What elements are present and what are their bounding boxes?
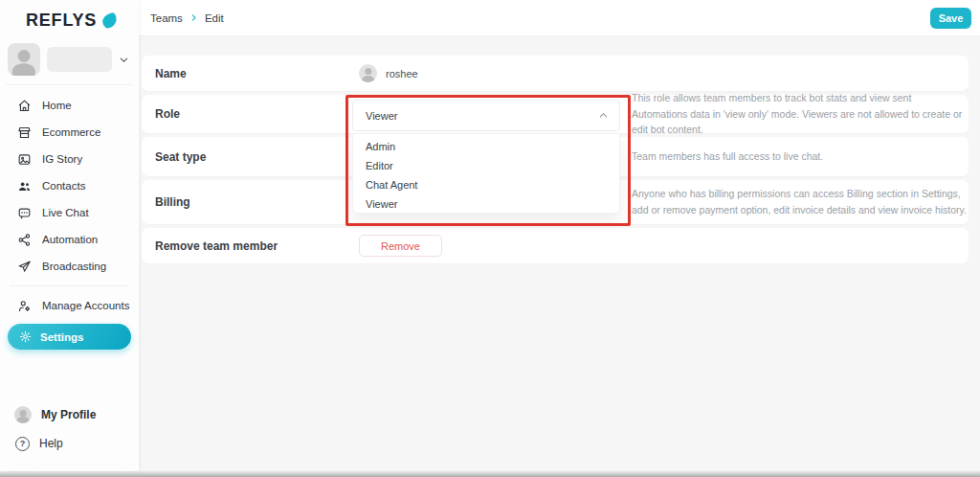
brand-swoosh-icon	[101, 12, 119, 30]
role-option-viewer[interactable]: Viewer	[353, 194, 619, 214]
sidebar-item-ecommerce[interactable]: Ecommerce	[0, 119, 139, 146]
billing-description: Anyone who has billing permissions can a…	[632, 186, 969, 218]
sidebar-item-label: Settings	[40, 331, 83, 343]
breadcrumb-chevron-icon	[189, 13, 198, 22]
sidebar-item-label: Automation	[42, 234, 98, 245]
sidebar-item-broadcasting[interactable]: Broadcasting	[0, 253, 139, 280]
sidebar-item-label: My Profile	[41, 408, 96, 421]
sidebar-item-home[interactable]: Home	[0, 92, 139, 119]
chat-bubble-icon	[17, 206, 32, 220]
role-dropdown-menu: Admin Editor Chat Agent Viewer	[352, 133, 620, 214]
billing-label: Billing	[155, 195, 190, 209]
name-row: Name roshee	[142, 56, 969, 91]
top-bar: Teams Edit Save	[139, 0, 980, 36]
sidebar-item-label: Broadcasting	[42, 261, 106, 272]
sidebar-item-label: Home	[42, 100, 72, 111]
name-label: Name	[155, 67, 187, 80]
member-avatar	[359, 64, 377, 82]
breadcrumb-teams[interactable]: Teams	[150, 12, 183, 24]
sidebar-item-label: Live Chat	[42, 207, 89, 218]
paper-plane-icon	[17, 260, 32, 274]
account-avatar	[8, 43, 40, 76]
sidebar-item-label: Help	[39, 437, 63, 450]
sidebar: REFLYS Home Ecommerce IG Story Contacts …	[0, 0, 139, 471]
breadcrumb-edit: Edit	[205, 12, 224, 24]
sidebar-nav: Home Ecommerce IG Story Contacts Live Ch…	[0, 85, 139, 350]
remove-member-label: Remove team member	[155, 239, 278, 253]
sidebar-item-automation[interactable]: Automation	[0, 226, 139, 253]
breadcrumb: Teams Edit	[139, 12, 224, 24]
sidebar-item-label: Manage Accounts	[42, 300, 129, 311]
sidebar-divider	[10, 285, 129, 286]
role-option-admin[interactable]: Admin	[353, 137, 619, 156]
role-label: Role	[155, 107, 180, 121]
sidebar-item-settings[interactable]: Settings	[8, 324, 131, 350]
sidebar-item-label: Ecommerce	[42, 126, 100, 138]
seat-type-description: Team members has full access to live cha…	[632, 148, 969, 165]
sidebar-item-ig-story[interactable]: IG Story	[0, 146, 139, 172]
sidebar-item-my-profile[interactable]: My Profile	[0, 400, 139, 429]
gear-icon	[19, 330, 32, 343]
blurred-username	[47, 47, 112, 72]
save-button[interactable]: Save	[930, 8, 971, 29]
storefront-icon	[17, 125, 32, 140]
home-icon	[17, 99, 32, 113]
chevron-down-icon	[119, 55, 129, 65]
sidebar-item-help[interactable]: ? Help	[0, 429, 139, 458]
user-gear-icon	[17, 299, 32, 313]
sidebar-item-manage-accounts[interactable]: Manage Accounts	[0, 292, 139, 319]
people-icon	[17, 179, 32, 193]
role-select[interactable]: Viewer	[352, 100, 620, 131]
brand-name: REFLYS	[26, 11, 97, 31]
help-icon: ?	[15, 437, 30, 451]
member-identity: roshee	[359, 64, 418, 82]
remove-member-row: Remove team member Remove	[142, 228, 969, 263]
profile-avatar-icon	[14, 406, 32, 423]
brand-logo[interactable]: REFLYS	[0, 0, 139, 36]
account-switcher[interactable]	[6, 38, 133, 85]
sidebar-item-label: Contacts	[42, 180, 85, 192]
role-option-chat-agent[interactable]: Chat Agent	[353, 175, 619, 194]
network-icon	[17, 233, 32, 247]
sidebar-item-contacts[interactable]: Contacts	[0, 172, 139, 199]
role-description: This role allows team members to track b…	[632, 90, 969, 138]
role-selected-value: Viewer	[366, 110, 397, 122]
role-option-editor[interactable]: Editor	[353, 156, 619, 175]
chevron-up-icon	[598, 110, 609, 121]
sidebar-footer: My Profile ? Help	[0, 400, 139, 458]
member-name: roshee	[386, 68, 418, 80]
window-bottom-edge	[0, 470, 980, 477]
remove-button[interactable]: Remove	[359, 235, 442, 257]
sidebar-item-label: IG Story	[42, 153, 82, 165]
seat-type-label: Seat type	[155, 150, 206, 164]
sidebar-item-live-chat[interactable]: Live Chat	[0, 199, 139, 226]
image-icon	[17, 152, 32, 167]
